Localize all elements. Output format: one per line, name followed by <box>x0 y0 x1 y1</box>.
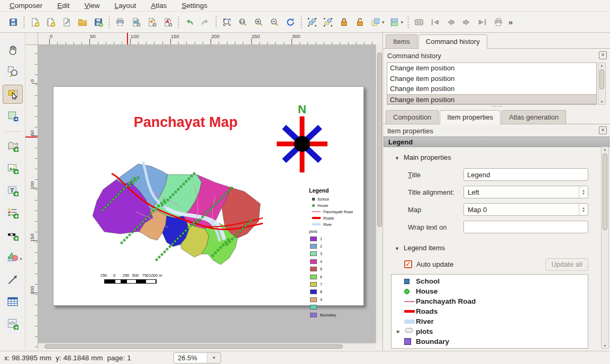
add-shape-button[interactable]: ▾ <box>3 248 23 267</box>
toolbar-overflow-icon[interactable]: » <box>508 17 513 26</box>
print-atlas-button[interactable] <box>490 14 506 30</box>
canvas-vertical-scrollbar[interactable] <box>376 45 383 343</box>
legend-tree-item[interactable]: River <box>392 316 588 326</box>
item-properties-scrollbar[interactable]: ▲ ▼ <box>601 147 609 349</box>
menu-settings[interactable]: Settings <box>181 2 207 10</box>
close-icon[interactable]: ✕ <box>599 126 607 134</box>
page-legend-item[interactable]: Legend SchoolHousePanchayath RoadRoadsRi… <box>309 187 364 319</box>
expand-arrow-icon[interactable]: ▶ <box>395 329 402 334</box>
zoom-out-button[interactable] <box>267 14 283 30</box>
composition-manager-button[interactable] <box>59 14 75 30</box>
spinner-arrows-icon[interactable]: ▲▼ <box>579 186 588 198</box>
atlas-last-button[interactable] <box>475 14 490 30</box>
legend-tree-item[interactable]: School <box>392 276 588 286</box>
add-label-button[interactable]: T <box>3 181 23 201</box>
menu-view[interactable]: View <box>85 2 100 10</box>
new-composition-button[interactable] <box>27 14 43 30</box>
title-alignment-combo[interactable]: Left▲▼ <box>463 186 588 198</box>
add-scalebar-button[interactable] <box>3 226 23 245</box>
zoom-in-button[interactable] <box>251 14 267 30</box>
add-attribute-table-button[interactable] <box>3 293 23 312</box>
scrollbar-thumb[interactable] <box>603 153 607 230</box>
add-arrow-button[interactable] <box>3 270 23 289</box>
atlas-first-button[interactable] <box>427 14 443 30</box>
command-history-row[interactable]: Change item position <box>387 74 596 84</box>
map-title-label[interactable]: Panchayat Map <box>101 114 270 131</box>
scalebar-item[interactable]: 25002505007501000 m <box>103 273 166 289</box>
add-legend-button[interactable] <box>3 204 23 223</box>
north-arrow[interactable]: N <box>276 102 329 176</box>
map-combo[interactable]: Map 0▲▼ <box>463 203 588 216</box>
scrollbar-thumb[interactable] <box>44 344 343 349</box>
menu-layout[interactable]: Layout <box>115 2 136 10</box>
export-svg-button[interactable] <box>144 14 160 30</box>
legend-tree-item[interactable]: Roads <box>392 306 588 316</box>
scroll-up-icon[interactable]: ▲ <box>598 63 605 67</box>
spinner-arrows-icon[interactable]: ▲▼ <box>579 204 588 215</box>
print-button[interactable] <box>112 14 128 30</box>
add-image-button[interactable] <box>3 159 23 178</box>
atlas-prev-button[interactable] <box>443 14 459 30</box>
legend-items-group[interactable]: ▼Legend items <box>395 244 445 252</box>
save-as-template-button[interactable] <box>90 14 106 30</box>
legend-tree-item[interactable]: ▶plots <box>392 326 588 336</box>
group-items-button[interactable]: ▾ <box>387 14 406 30</box>
legend-tree-item[interactable]: House <box>392 286 588 296</box>
refresh-button[interactable] <box>283 14 298 30</box>
atlas-settings-button[interactable] <box>411 14 427 30</box>
update-all-button[interactable]: Update all <box>545 258 588 271</box>
export-image-button[interactable] <box>128 14 144 30</box>
duplicate-composition-button[interactable] <box>43 14 59 30</box>
select-move-item-button[interactable] <box>304 14 320 30</box>
close-icon[interactable]: ✕ <box>599 51 607 59</box>
add-html-button[interactable]: </> <box>3 315 23 334</box>
pan-button[interactable] <box>3 40 23 59</box>
tab-items[interactable]: Items <box>386 34 417 48</box>
composition-viewport[interactable]: Panchayat Map N <box>38 45 376 343</box>
scroll-down-icon[interactable]: ▼ <box>598 100 605 104</box>
canvas-horizontal-scrollbar[interactable] <box>38 343 376 349</box>
legend-title-input[interactable] <box>463 168 588 181</box>
dock-splitter-handle[interactable] <box>491 105 502 107</box>
zoom-level-combo[interactable]: 26.5% ▼ <box>174 352 221 363</box>
unlock-items-button[interactable] <box>352 14 368 30</box>
scrollbar-thumb[interactable] <box>377 52 382 227</box>
zoom-button[interactable] <box>3 62 23 81</box>
command-history-list[interactable]: Change item positionChange item position… <box>387 62 597 105</box>
legend-tree-item[interactable]: Panchayath Road <box>392 296 588 306</box>
menu-edit[interactable]: Edit <box>57 2 69 10</box>
menu-atlas[interactable]: Atlas <box>151 2 167 10</box>
tab-composition[interactable]: Composition <box>386 110 439 124</box>
open-button[interactable] <box>75 14 90 30</box>
redo-button[interactable] <box>197 14 213 30</box>
export-pdf-button[interactable] <box>160 14 176 30</box>
zoom-1-1-button[interactable]: 1:1 <box>235 14 251 30</box>
scroll-down-icon[interactable]: ▼ <box>602 344 608 348</box>
checkbox-check-icon[interactable]: ✓ <box>404 260 412 268</box>
save-button[interactable] <box>5 14 21 30</box>
main-properties-group[interactable]: ▼Main properties <box>395 153 451 161</box>
composition-page[interactable]: Panchayat Map N <box>53 86 364 306</box>
zoom-full-button[interactable] <box>219 14 235 30</box>
move-item-content-button[interactable] <box>320 14 336 30</box>
move-item-content-button[interactable] <box>3 107 23 126</box>
menu-composer[interactable]: Composer <box>10 2 42 10</box>
command-history-row[interactable]: Change item position <box>387 63 596 74</box>
scroll-up-icon[interactable]: ▲ <box>602 148 608 151</box>
atlas-next-button[interactable] <box>459 14 475 30</box>
wrap-text-input[interactable] <box>463 221 588 233</box>
legend-items-tree[interactable]: SchoolHousePanchayath RoadRoadsRiver▶plo… <box>391 274 588 349</box>
tab-atlas-generation[interactable]: Atlas generation <box>502 110 566 124</box>
map-item[interactable] <box>88 159 263 271</box>
command-history-row[interactable]: Change item position <box>387 94 596 105</box>
legend-tree-item[interactable]: Boundary <box>392 336 588 347</box>
lock-items-button[interactable] <box>336 14 352 30</box>
add-map-button[interactable] <box>3 137 23 156</box>
command-history-scrollbar[interactable]: ▲ ▼ <box>598 62 606 105</box>
undo-button[interactable] <box>181 14 197 30</box>
tab-command-history[interactable]: Command history <box>418 34 487 49</box>
select-move-item-button[interactable] <box>3 85 23 104</box>
scrollbar-thumb[interactable] <box>599 69 604 89</box>
chevron-down-icon[interactable]: ▼ <box>207 353 221 363</box>
tab-item-properties[interactable]: Item properties <box>440 110 500 124</box>
